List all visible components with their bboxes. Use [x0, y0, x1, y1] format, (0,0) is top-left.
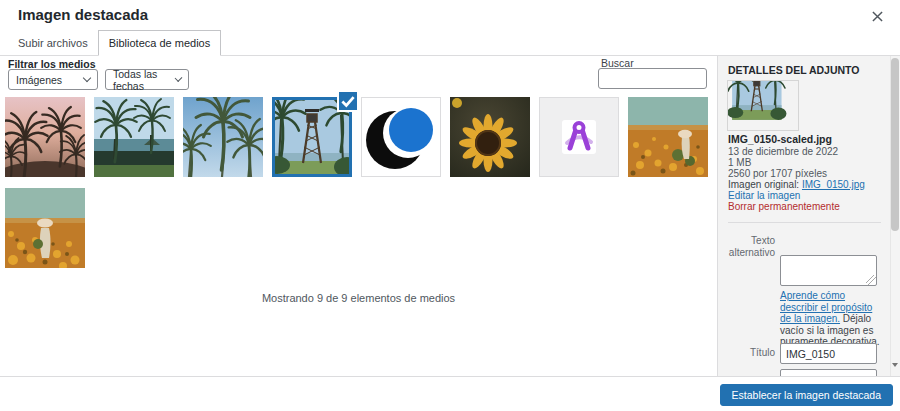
- selected-check-icon: [339, 92, 357, 110]
- sunflower-dark-thumbnail: [450, 97, 530, 177]
- palm-beach-thumbnail: [94, 97, 174, 177]
- chevron-down-icon: [83, 74, 91, 82]
- sunflower-field-thumbnail: [628, 97, 708, 177]
- media-type-filter-select[interactable]: Imágenes: [8, 69, 98, 90]
- original-image-link[interactable]: IMG_0150.jpg: [802, 179, 865, 190]
- delete-permanently-link[interactable]: Borrar permanentemente: [728, 201, 840, 212]
- sidebar-scrollbar[interactable]: [890, 56, 900, 376]
- media-grid: [5, 97, 713, 268]
- attachment-details-heading: DETALLES DEL ADJUNTO: [728, 64, 859, 76]
- media-type-filter-value: Imágenes: [16, 74, 62, 86]
- media-item-sunflower-field[interactable]: [628, 97, 708, 177]
- title-input[interactable]: [780, 343, 877, 364]
- media-item-sunflower-dark[interactable]: [450, 97, 530, 177]
- media-item-sunflower-field2[interactable]: [5, 188, 85, 268]
- attachment-details-sidebar: DETALLES DEL ADJUNTO IMG_0150-scaled.jpg…: [717, 56, 900, 376]
- media-item-palms-sky[interactable]: [183, 97, 263, 177]
- purple-logo-thumbnail: [539, 97, 619, 177]
- set-featured-image-button[interactable]: Establecer la imagen destacada: [720, 384, 893, 406]
- attachment-date: 13 de diciembre de 2022: [728, 146, 838, 157]
- sunflower-field2-thumbnail: [5, 188, 85, 268]
- attachment-filename: IMG_0150-scaled.jpg: [728, 133, 832, 145]
- modal-footer-toolbar: Establecer la imagen destacada: [0, 376, 900, 411]
- featured-image-modal: Imagen destacada Subir archivos Bibliote…: [0, 0, 900, 411]
- crescent-logo-thumbnail: [361, 97, 441, 177]
- edit-image-link[interactable]: Editar la imagen: [728, 190, 800, 201]
- date-filter-value: Todas las fechas: [113, 68, 176, 92]
- alt-text-label: Texto alternativo: [718, 235, 775, 259]
- media-item-purple-logo[interactable]: [539, 97, 619, 177]
- sidebar-divider: [728, 222, 881, 223]
- palm-sunset-thumbnail: [5, 97, 85, 177]
- media-item-watchtower[interactable]: [272, 97, 352, 177]
- media-item-palm-sunset[interactable]: [5, 97, 85, 177]
- original-image-label: Imagen original:: [728, 179, 802, 190]
- attachment-dimensions: 2560 por 1707 píxeles: [728, 168, 827, 179]
- original-image-row: Imagen original: IMG_0150.jpg: [728, 179, 865, 190]
- scrollbar-thumb[interactable]: [891, 58, 899, 231]
- media-router-tabs: Subir archivos Biblioteca de medios: [0, 30, 900, 56]
- title-label: Título: [718, 347, 775, 359]
- media-library-panel: Filtrar los medios Imágenes Todas las fe…: [0, 56, 717, 376]
- media-item-palm-beach[interactable]: [94, 97, 174, 177]
- alt-text-help: Aprende cómo describir el propósito de l…: [780, 290, 884, 348]
- search-input[interactable]: [598, 68, 707, 89]
- alt-text-textarea[interactable]: [780, 255, 877, 286]
- tab-media-library[interactable]: Biblioteca de medios: [98, 30, 222, 56]
- date-filter-select[interactable]: Todas las fechas: [105, 69, 189, 90]
- media-count-status: Mostrando 9 de 9 elementos de medios: [0, 292, 717, 304]
- close-icon[interactable]: [868, 7, 886, 25]
- attachment-preview-thumbnail: [728, 81, 798, 130]
- palms-sky-thumbnail: [183, 97, 263, 177]
- media-item-crescent-logo[interactable]: [361, 97, 441, 177]
- tab-upload-files[interactable]: Subir archivos: [8, 30, 98, 55]
- caption-input-partial[interactable]: [780, 369, 877, 376]
- attachment-filesize: 1 MB: [728, 157, 751, 168]
- page-title: Imagen destacada: [18, 6, 148, 23]
- scrollbar-down-arrow-icon[interactable]: [892, 363, 898, 370]
